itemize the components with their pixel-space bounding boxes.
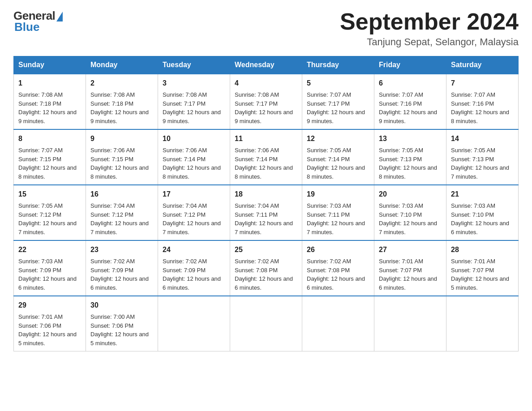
sunset-info: Sunset: 7:12 PM bbox=[18, 211, 61, 218]
calendar-cell: 5Sunrise: 7:07 AMSunset: 7:17 PMDaylight… bbox=[302, 74, 374, 129]
daylight-info: Daylight: 12 hours and 7 minutes. bbox=[90, 220, 149, 235]
day-number: 12 bbox=[307, 133, 369, 144]
day-number: 20 bbox=[379, 189, 442, 200]
sunrise-info: Sunrise: 7:05 AM bbox=[307, 147, 351, 154]
day-number: 17 bbox=[163, 189, 225, 200]
day-number: 29 bbox=[18, 300, 81, 311]
sunrise-info: Sunrise: 7:05 AM bbox=[379, 147, 423, 154]
day-number: 5 bbox=[307, 78, 369, 89]
daylight-info: Daylight: 12 hours and 8 minutes. bbox=[18, 164, 77, 180]
calendar-cell: 17Sunrise: 7:04 AMSunset: 7:12 PMDayligh… bbox=[158, 185, 230, 240]
sunrise-info: Sunrise: 7:02 AM bbox=[307, 258, 351, 265]
sunset-info: Sunset: 7:08 PM bbox=[307, 267, 350, 274]
day-number: 1 bbox=[18, 78, 81, 89]
sunrise-info: Sunrise: 7:06 AM bbox=[90, 147, 135, 154]
day-number: 13 bbox=[379, 133, 442, 144]
sunrise-info: Sunrise: 7:05 AM bbox=[451, 147, 495, 154]
sunset-info: Sunset: 7:09 PM bbox=[90, 267, 133, 274]
sunrise-info: Sunrise: 7:04 AM bbox=[90, 202, 135, 209]
daylight-info: Daylight: 12 hours and 9 minutes. bbox=[235, 109, 293, 124]
calendar-cell: 2Sunrise: 7:08 AMSunset: 7:18 PMDaylight… bbox=[86, 74, 158, 129]
calendar-header-thursday: Thursday bbox=[302, 56, 374, 74]
sunrise-info: Sunrise: 7:07 AM bbox=[451, 91, 495, 98]
day-number: 19 bbox=[307, 189, 369, 200]
daylight-info: Daylight: 12 hours and 6 minutes. bbox=[163, 275, 221, 291]
sunset-info: Sunset: 7:10 PM bbox=[379, 211, 422, 218]
calendar-header-monday: Monday bbox=[86, 56, 158, 74]
sunrise-info: Sunrise: 7:04 AM bbox=[163, 202, 207, 209]
day-number: 21 bbox=[451, 189, 514, 200]
calendar-week-row: 22Sunrise: 7:03 AMSunset: 7:09 PMDayligh… bbox=[14, 240, 519, 296]
calendar-cell: 26Sunrise: 7:02 AMSunset: 7:08 PMDayligh… bbox=[302, 240, 374, 296]
daylight-info: Daylight: 12 hours and 6 minutes. bbox=[235, 275, 293, 291]
calendar-cell bbox=[446, 296, 519, 351]
sunset-info: Sunset: 7:13 PM bbox=[451, 156, 494, 163]
daylight-info: Daylight: 12 hours and 8 minutes. bbox=[379, 164, 437, 180]
sunrise-info: Sunrise: 7:01 AM bbox=[451, 258, 495, 265]
sunset-info: Sunset: 7:06 PM bbox=[90, 322, 133, 329]
day-number: 26 bbox=[307, 244, 369, 255]
page-header: General Blue September 2024 Tanjung Sepa… bbox=[13, 9, 519, 48]
day-number: 18 bbox=[235, 189, 297, 200]
daylight-info: Daylight: 12 hours and 7 minutes. bbox=[163, 220, 221, 235]
sunrise-info: Sunrise: 7:07 AM bbox=[379, 91, 423, 98]
sunset-info: Sunset: 7:15 PM bbox=[90, 156, 133, 163]
calendar-week-row: 15Sunrise: 7:05 AMSunset: 7:12 PMDayligh… bbox=[14, 185, 519, 240]
day-number: 4 bbox=[235, 78, 297, 89]
sunrise-info: Sunrise: 7:08 AM bbox=[18, 91, 63, 98]
title-section: September 2024 Tanjung Sepat, Selangor, … bbox=[340, 9, 519, 48]
calendar-cell: 24Sunrise: 7:02 AMSunset: 7:09 PMDayligh… bbox=[158, 240, 230, 296]
daylight-info: Daylight: 12 hours and 6 minutes. bbox=[18, 275, 77, 291]
daylight-info: Daylight: 12 hours and 9 minutes. bbox=[90, 109, 149, 124]
day-number: 15 bbox=[18, 189, 81, 200]
day-number: 3 bbox=[163, 78, 225, 89]
sunset-info: Sunset: 7:17 PM bbox=[235, 100, 278, 107]
daylight-info: Daylight: 12 hours and 9 minutes. bbox=[307, 109, 365, 124]
sunset-info: Sunset: 7:14 PM bbox=[235, 156, 278, 163]
daylight-info: Daylight: 12 hours and 6 minutes. bbox=[451, 220, 509, 235]
calendar-cell: 3Sunrise: 7:08 AMSunset: 7:17 PMDaylight… bbox=[158, 74, 230, 129]
calendar-cell: 11Sunrise: 7:06 AMSunset: 7:14 PMDayligh… bbox=[230, 129, 302, 185]
sunset-info: Sunset: 7:15 PM bbox=[18, 156, 61, 163]
sunset-info: Sunset: 7:18 PM bbox=[18, 100, 61, 107]
logo-triangle-icon bbox=[56, 12, 63, 21]
month-title: September 2024 bbox=[340, 9, 519, 34]
day-number: 30 bbox=[90, 300, 153, 311]
sunset-info: Sunset: 7:11 PM bbox=[307, 211, 350, 218]
daylight-info: Daylight: 12 hours and 8 minutes. bbox=[235, 164, 293, 180]
calendar-cell bbox=[374, 296, 446, 351]
sunset-info: Sunset: 7:11 PM bbox=[235, 211, 278, 218]
day-number: 6 bbox=[379, 78, 442, 89]
sunrise-info: Sunrise: 7:03 AM bbox=[451, 202, 495, 209]
calendar-cell: 6Sunrise: 7:07 AMSunset: 7:16 PMDaylight… bbox=[374, 74, 446, 129]
day-number: 14 bbox=[451, 133, 514, 144]
daylight-info: Daylight: 12 hours and 7 minutes. bbox=[307, 220, 365, 235]
day-number: 11 bbox=[235, 133, 297, 144]
calendar-cell: 9Sunrise: 7:06 AMSunset: 7:15 PMDaylight… bbox=[86, 129, 158, 185]
calendar-cell: 10Sunrise: 7:06 AMSunset: 7:14 PMDayligh… bbox=[158, 129, 230, 185]
daylight-info: Daylight: 12 hours and 6 minutes. bbox=[379, 275, 437, 291]
day-number: 16 bbox=[90, 189, 153, 200]
calendar-cell bbox=[230, 296, 302, 351]
daylight-info: Daylight: 12 hours and 8 minutes. bbox=[307, 164, 365, 180]
daylight-info: Daylight: 12 hours and 6 minutes. bbox=[307, 275, 365, 291]
calendar-cell: 15Sunrise: 7:05 AMSunset: 7:12 PMDayligh… bbox=[14, 185, 86, 240]
calendar-cell: 29Sunrise: 7:01 AMSunset: 7:06 PMDayligh… bbox=[14, 296, 86, 351]
sunrise-info: Sunrise: 7:03 AM bbox=[379, 202, 423, 209]
sunset-info: Sunset: 7:17 PM bbox=[307, 100, 350, 107]
daylight-info: Daylight: 12 hours and 8 minutes. bbox=[163, 164, 221, 180]
day-number: 25 bbox=[235, 244, 297, 255]
sunset-info: Sunset: 7:08 PM bbox=[235, 267, 278, 274]
calendar-header-sunday: Sunday bbox=[14, 56, 86, 74]
calendar-week-row: 1Sunrise: 7:08 AMSunset: 7:18 PMDaylight… bbox=[14, 74, 519, 129]
sunrise-info: Sunrise: 7:02 AM bbox=[90, 258, 135, 265]
calendar-cell: 30Sunrise: 7:00 AMSunset: 7:06 PMDayligh… bbox=[86, 296, 158, 351]
calendar-week-row: 29Sunrise: 7:01 AMSunset: 7:06 PMDayligh… bbox=[14, 296, 519, 351]
sunrise-info: Sunrise: 7:08 AM bbox=[235, 91, 279, 98]
calendar-cell bbox=[158, 296, 230, 351]
sunset-info: Sunset: 7:07 PM bbox=[379, 267, 422, 274]
day-number: 2 bbox=[90, 78, 153, 89]
sunrise-info: Sunrise: 7:02 AM bbox=[235, 258, 279, 265]
sunrise-info: Sunrise: 7:04 AM bbox=[235, 202, 279, 209]
day-number: 27 bbox=[379, 244, 442, 255]
